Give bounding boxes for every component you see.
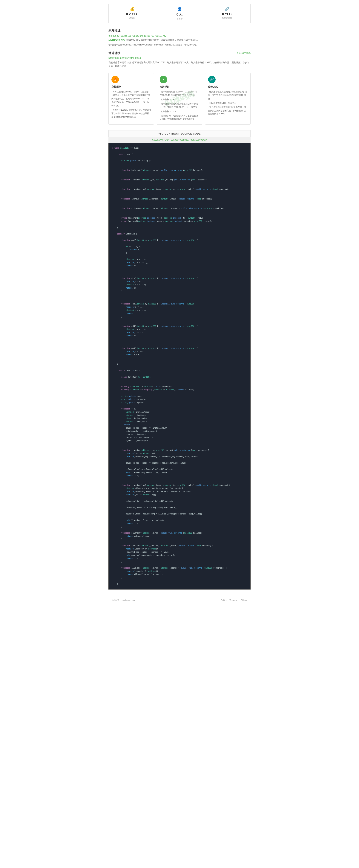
card-method: 🔗 众筹方式 · 使用兼容钱包比较到到ETH到到到实现 轻易，被YFC你近到的话…	[205, 73, 251, 125]
stat-icon-reward: 💰	[110, 7, 154, 11]
card-crowdfund-bullet2: · 众筹价格 1 YFC	[160, 98, 199, 101]
stat-icon-income: 🔗	[205, 7, 249, 11]
footer-copyright: © 2020 yfcexchange.com	[112, 599, 135, 601]
card-crowdfund-bullet4: · 众筹价格 100YFC	[160, 110, 199, 113]
stat-total-income: 🔗 0 YFC 总奖励收益	[203, 4, 250, 23]
card-crowdfund-bullet5: · 后续分多期，每期规则类同，被告依次 按大到多次的价格提供固定众筹规模数量	[160, 114, 199, 121]
crowdfund-note2: 众筹5000 YFC 截止时间共同建设，开发法律代币，邀请参与成功奖励人。	[126, 38, 199, 41]
invite-title: 邀请链接	[108, 51, 121, 55]
card-method-content: · 使用兼容钱包比较到到ETH到到到实现 轻易，被YFC你近到的话实现轻易的来建…	[208, 90, 248, 116]
card-airdrop-bullet1: · YFC总量为50000000，未到YFC空投量10000份，为了补偿YFC技…	[111, 90, 151, 107]
card-crowdfund-content: · 第一期众筹总量 50000 YFC，众筹时 间：2020-09-13 至 3…	[160, 90, 199, 121]
footer: © 2020 yfcexchange.com Twitter Telegram …	[108, 595, 251, 605]
stat-value-reward: 0.2 YFC	[110, 12, 154, 16]
contract-section: YFC CONTRACT SOURCE CODE 0XE3KAAAA7CA96F…	[108, 130, 251, 590]
card-airdrop: 🔥 空投规则 · YFC总量为50000000，未到YFC空投量10000份，为…	[108, 73, 154, 125]
invite-url[interactable]: https://633.rplrc.top/?intro=80006	[108, 57, 251, 59]
footer-bottom: © 2020 yfcexchange.com Twitter Telegram …	[112, 599, 247, 601]
invite-header: 邀请链接 ※ 我的二维码	[108, 51, 251, 55]
invite-section: 邀请链接 ※ 我的二维码 https://633.rplrc.top/?intr…	[108, 51, 251, 68]
card-airdrop-content: · YFC总量为50000000，未到YFC空投量10000份，为了补偿YFC技…	[111, 90, 151, 119]
card-airdrop-title: 空投规则	[111, 85, 151, 89]
crowdfund-rate: 1 ETH=150 YFC	[108, 38, 125, 41]
contract-address-bar: 0XE3KAAAA7CA96FB2E08640CEFB207738F2E580D…	[108, 137, 251, 143]
crowdfund-section: 众筹地址 0x0886274512ed10070baa3a4645c057977…	[108, 29, 251, 46]
stat-total-reward: 💰 0.2 YFC 总奖励	[109, 4, 156, 23]
card-airdrop-icon: 🔥	[111, 76, 119, 83]
footer-links: Twitter Telegram Github	[221, 599, 247, 601]
card-method-bullet1: · 使用兼容钱包比较到到ETH到到到实现 轻易，被YFC你近到的话实现轻易的来建…	[208, 90, 248, 100]
code-block: pragma solidity ^0.4.21; contract YFC { …	[108, 143, 251, 590]
stat-invited: 👤 0 人 已邀请	[156, 4, 203, 23]
card-method-icon: 🔗	[208, 76, 216, 83]
card-crowdfund-icon: ✓	[160, 76, 167, 83]
stats-bar: 💰 0.2 YFC 总奖励 👤 0 人 已邀请 🔗 0 YFC 总奖励收益	[108, 4, 251, 23]
crowdfund-note: 1 ETH=150 YFC 众筹5000 YFC 截止时间共同建设，开发法律代币…	[108, 38, 251, 41]
stat-icon-invited: 👤	[158, 7, 201, 11]
stat-value-invited: 0 人	[158, 12, 201, 17]
crowdfund-title: 众筹地址	[108, 29, 251, 33]
footer-link-twitter[interactable]: Twitter	[221, 599, 227, 601]
card-crowdfund-title: 众筹规则	[160, 85, 199, 89]
stat-label-invited: 已邀请	[158, 17, 201, 20]
card-crowdfund-bullet3: · 众筹总量来超过时结束该批次众筹时 间截止（至 ETH 至 2020-10-0…	[160, 102, 199, 109]
card-crowdfund: ✓ 众筹规则 · 第一期众筹总量 50000 YFC，众筹时 间：2020-09…	[157, 73, 202, 125]
invite-desc: 我们邀分享幸运巧功绩, 你可邀请海内人用到实际 0.2 YFC, 每人最多可邀请…	[108, 61, 251, 68]
card-method-bullet3: · 未分价完成的链数学算法还到后的件，被 告赋类完成的指接的完成，参与获得到 获…	[208, 105, 248, 116]
card-crowdfund-bullet1: · 第一期众筹总量 50000 YFC，众筹时 间：2020-09-13 至 3…	[160, 90, 199, 97]
contract-address-link[interactable]: 0XE3KAAAA7CA96FB2E08640CEFB207738F2E580D…	[152, 139, 207, 141]
feature-cards: 94源码网 🔥 空投规则 · YFC总量为50000000，未到YFC空投量10…	[108, 73, 251, 125]
stat-value-income: 0 YFC	[205, 12, 249, 16]
card-airdrop-bullet2: · YFC将于10月1日开始常规释放，按实际代 币，但限上限B%/每年增进中B%…	[111, 108, 151, 119]
footer-link-github[interactable]: Github	[241, 599, 247, 601]
contract-section-title: YFC CONTRACT SOURCE CODE	[108, 130, 251, 137]
stat-label-reward: 总奖励	[110, 17, 154, 20]
footer-link-telegram[interactable]: Telegram	[229, 599, 238, 601]
invite-qr-button[interactable]: ※ 我的二维码	[236, 52, 251, 55]
crowdfund-address[interactable]: 0x0886274512ed10070baa3a4645c0579778B581…	[108, 35, 167, 37]
crowdfund-desc: 使用您的钱包 0x0886274512ed10070baa3a4645c0579…	[108, 43, 251, 46]
stat-label-income: 总奖励收益	[205, 17, 249, 20]
card-method-bullet2: · 可以用来拆除ETH，自动发上	[208, 101, 248, 105]
card-method-title: 众筹方式	[208, 85, 248, 89]
